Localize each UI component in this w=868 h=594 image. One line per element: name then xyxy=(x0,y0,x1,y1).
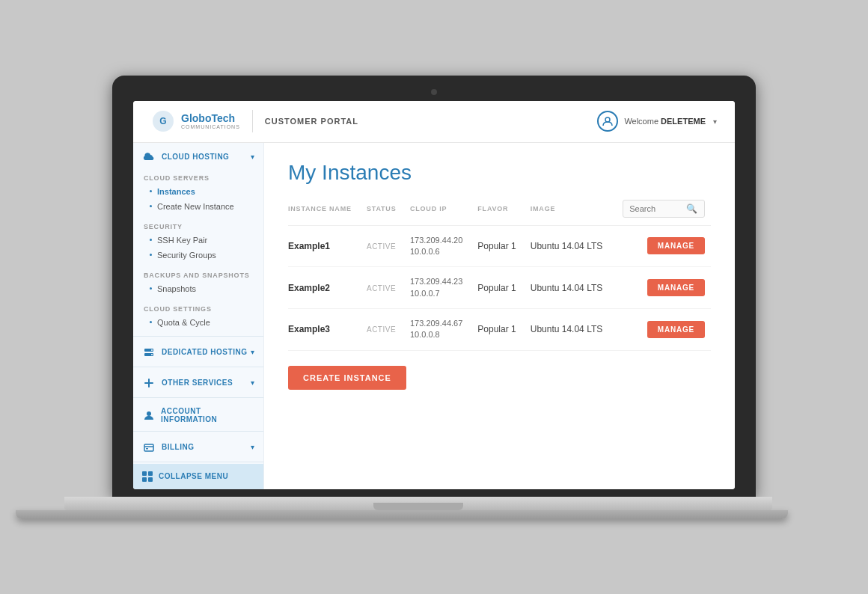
user-menu-chevron[interactable]: ▾ xyxy=(713,117,717,126)
cloud-servers-label: CLOUD SERVERS xyxy=(133,170,263,184)
sidebar-divider-2 xyxy=(133,367,263,367)
search-input[interactable] xyxy=(629,204,682,213)
collapse-menu-label: COLLAPSE MENU xyxy=(159,472,228,480)
sidebar-item-create-instance[interactable]: Create New Instance xyxy=(133,199,263,214)
logo-sub: COMMUNICATIONS xyxy=(181,124,240,129)
sidebar-item-instances[interactable]: Instances xyxy=(133,184,263,199)
portal-container: G GloboTech COMMUNICATIONS CUSTOMER PORT… xyxy=(133,101,735,489)
billing-header[interactable]: BILLING ▾ xyxy=(133,433,263,460)
instance-name-0: Example1 xyxy=(288,225,361,267)
sidebar-section-cloud-hosting: CLOUD HOSTING ▾ CLOUD SERVERS Instances xyxy=(133,143,263,334)
billing-inner: BILLING xyxy=(142,441,195,454)
quota-label: Quota & Cycle xyxy=(157,318,210,327)
logo-icon: G xyxy=(151,109,175,133)
cloud-hosting-header[interactable]: CLOUD HOSTING ▾ xyxy=(133,143,263,170)
svg-rect-10 xyxy=(144,444,153,451)
user-avatar-icon xyxy=(602,115,614,127)
instance-flavor-1: Popular 1 xyxy=(471,267,524,309)
other-services-inner: OTHER SERVICES xyxy=(142,376,233,390)
dedicated-hosting-chevron: ▾ xyxy=(251,348,254,356)
instance-image-2: Ubuntu 14.04 LTS xyxy=(525,309,613,351)
sidebar-item-security-groups[interactable]: Security Groups xyxy=(133,248,263,263)
laptop-camera xyxy=(431,89,437,95)
svg-point-9 xyxy=(147,411,151,416)
instance-manage-0: MANAGE xyxy=(612,225,711,267)
col-search: 🔍 xyxy=(612,200,711,226)
col-status: STATUS xyxy=(361,200,404,226)
page-title: My Instances xyxy=(288,161,711,185)
header-divider xyxy=(252,110,253,132)
search-icon[interactable]: 🔍 xyxy=(686,203,698,214)
table-row: Example2 ACTIVE 173.209.44.2310.0.0.7 Po… xyxy=(288,267,711,309)
instance-ip-1: 173.209.44.2310.0.0.7 xyxy=(404,267,471,309)
header-left: G GloboTech COMMUNICATIONS CUSTOMER PORT… xyxy=(151,109,358,133)
col-instance-name: INSTANCE NAME xyxy=(288,200,361,226)
security-groups-label: Security Groups xyxy=(157,251,216,260)
server-icon xyxy=(142,346,156,359)
dedicated-hosting-header[interactable]: DEDICATED HOSTING ▾ xyxy=(133,338,263,365)
security-section: SECURITY SSH Key Pair Security Groups xyxy=(133,218,263,267)
col-cloud-ip: CLOUD IP xyxy=(404,200,471,226)
instance-name-1: Example2 xyxy=(288,267,361,309)
backups-section: BACKUPS AND SNAPSHOTS Snapshots xyxy=(133,267,263,301)
sidebar-item-ssh-key[interactable]: SSH Key Pair xyxy=(133,233,263,248)
instance-manage-1: MANAGE xyxy=(612,267,711,309)
manage-button-1[interactable]: MANAGE xyxy=(647,279,705,296)
account-info-inner: ACCOUNT INFORMATION xyxy=(142,407,254,423)
cloud-icon xyxy=(142,150,156,164)
laptop-base xyxy=(64,497,772,510)
manage-button-2[interactable]: MANAGE xyxy=(647,321,705,338)
billing-icon xyxy=(142,441,156,454)
welcome-text: Welcome DELETEME xyxy=(624,117,706,126)
dedicated-hosting-inner: DEDICATED HOSTING xyxy=(142,346,247,359)
sidebar-divider-1 xyxy=(133,336,263,337)
table-row: Example1 ACTIVE 173.209.44.2010.0.0.6 Po… xyxy=(288,225,711,267)
sidebar-divider-4 xyxy=(133,431,263,432)
laptop-wrapper: G GloboTech COMMUNICATIONS CUSTOMER PORT… xyxy=(112,76,756,519)
account-icon xyxy=(142,408,155,422)
portal-body: CLOUD HOSTING ▾ CLOUD SERVERS Instances xyxy=(133,143,735,489)
cloud-settings-label: CLOUD SETTINGS xyxy=(133,301,263,315)
portal-title: CUSTOMER PORTAL xyxy=(265,117,358,126)
create-instance-button[interactable]: CREATE INSTANCE xyxy=(288,366,406,390)
main-content: My Instances INSTANCE NAME STATUS CLOUD … xyxy=(264,143,735,489)
svg-rect-11 xyxy=(146,448,148,450)
instance-status-2: ACTIVE xyxy=(361,309,404,351)
cloud-hosting-label: CLOUD HOSTING xyxy=(162,153,229,161)
other-services-header[interactable]: OTHER SERVICES ▾ xyxy=(133,369,263,396)
instance-manage-2: MANAGE xyxy=(612,309,711,351)
backups-label: BACKUPS AND SNAPSHOTS xyxy=(133,267,263,281)
svg-point-5 xyxy=(151,349,153,351)
sidebar-divider-3 xyxy=(133,397,263,398)
sidebar-item-snapshots[interactable]: Snapshots xyxy=(133,281,263,296)
create-instance-label: Create New Instance xyxy=(157,202,234,211)
search-box[interactable]: 🔍 xyxy=(623,200,705,218)
billing-chevron: ▾ xyxy=(251,443,254,451)
instance-status-0: ACTIVE xyxy=(361,225,404,267)
cloud-settings-section: CLOUD SETTINGS Quota & Cycle xyxy=(133,301,263,334)
logo-area: G GloboTech COMMUNICATIONS xyxy=(151,109,240,133)
sidebar-item-quota[interactable]: Quota & Cycle xyxy=(133,315,263,330)
account-info-label: ACCOUNT INFORMATION xyxy=(161,407,254,423)
instance-ip-2: 173.209.44.6710.0.0.8 xyxy=(404,309,471,351)
instance-image-1: Ubuntu 14.04 LTS xyxy=(525,267,613,309)
collapse-menu-button[interactable]: COLLAPSE MENU xyxy=(133,464,263,489)
cloud-hosting-chevron: ▾ xyxy=(251,153,254,161)
instance-flavor-2: Popular 1 xyxy=(471,309,524,351)
col-image: IMAGE xyxy=(525,200,613,226)
instances-table: INSTANCE NAME STATUS CLOUD IP FLAVOR IMA… xyxy=(288,200,711,351)
security-label: SECURITY xyxy=(133,218,263,233)
manage-button-0[interactable]: MANAGE xyxy=(647,237,705,254)
laptop-screen: G GloboTech COMMUNICATIONS CUSTOMER PORT… xyxy=(133,101,735,489)
instance-name-2: Example3 xyxy=(288,309,361,351)
instance-image-0: Ubuntu 14.04 LTS xyxy=(525,225,613,267)
other-services-label: OTHER SERVICES xyxy=(162,379,233,387)
col-flavor: FLAVOR xyxy=(471,200,524,226)
instance-flavor-0: Popular 1 xyxy=(471,225,524,267)
account-info-header[interactable]: ACCOUNT INFORMATION xyxy=(133,399,263,429)
svg-point-2 xyxy=(605,117,610,122)
portal-header: G GloboTech COMMUNICATIONS CUSTOMER PORT… xyxy=(133,101,735,143)
dedicated-hosting-label: DEDICATED HOSTING xyxy=(162,348,247,356)
svg-text:G: G xyxy=(159,116,166,126)
plus-icon xyxy=(142,376,156,390)
